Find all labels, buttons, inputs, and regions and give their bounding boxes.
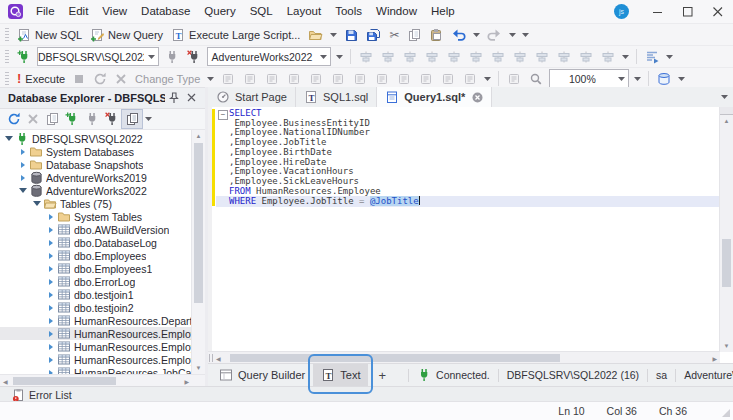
sql-editor[interactable]: − SELECT Employee.BusinessEntityID,Emplo… [208,107,733,352]
pin-icon[interactable] [165,89,183,107]
disconnect-button[interactable] [102,110,122,128]
tree-item[interactable]: dbo.DatabaseLog [0,236,205,249]
copy-button[interactable] [403,25,425,44]
tree-item[interactable]: HumanResources.Department [0,314,205,327]
scrollbar-thumb[interactable] [194,143,203,303]
refresh-explorer-button[interactable] [4,110,24,128]
split-editor-handle[interactable] [720,107,733,115]
scroll-up-icon[interactable]: ▲ [720,115,733,127]
tab-start-page[interactable]: Start Page [208,87,296,107]
editor-vertical-scrollbar[interactable]: ▲ ▼ [719,107,733,352]
disconnect-button[interactable] [183,47,205,66]
expand-arrow[interactable] [45,227,56,233]
close-tab-icon[interactable] [472,92,483,103]
expand-arrow[interactable] [45,305,56,311]
connection-combo[interactable]: DBFSQLSRV\SQL2022 [37,47,159,66]
database-diagram-button[interactable] [653,69,675,88]
expand-arrow[interactable] [17,188,28,193]
tree-item[interactable]: HumanResources.JobCandidat [0,366,205,374]
format-code-dropdown[interactable] [663,47,676,66]
tree-item[interactable]: Database Snapshots [0,158,205,171]
expand-arrow[interactable] [45,292,56,298]
database-diagram-dropdown[interactable] [675,69,688,88]
account-avatar[interactable]: js [614,4,629,19]
open-file-button[interactable] [304,25,327,44]
show-objects-toggle[interactable] [122,110,142,128]
tree-item[interactable]: dbo.Employees [0,249,205,262]
toolbar-grip[interactable] [5,50,9,64]
database-combo[interactable]: AdventureWorks2022 [207,47,331,66]
execute-button[interactable]: !Execute [13,69,69,88]
expand-arrow[interactable] [45,214,56,220]
scrollbar-thumb[interactable] [722,239,731,287]
toolbar-grip[interactable] [5,28,9,42]
scroll-down-icon[interactable]: ▼ [192,362,205,374]
tree-item[interactable]: dbo.AWBuildVersion [0,223,205,236]
new-sql-button[interactable]: New SQL [13,25,86,44]
menu-item-view[interactable]: View [95,0,134,23]
menu-item-file[interactable]: File [29,0,62,23]
new-connection-button[interactable] [62,110,82,128]
expand-arrow[interactable] [45,253,56,259]
expand-arrow[interactable] [17,162,28,168]
tree-item[interactable]: HumanResources.EmployeeDe [0,340,205,353]
tree-item[interactable]: System Tables [0,210,205,223]
tab-text[interactable]: TText [313,364,368,386]
zoom-combo[interactable]: 100% [549,69,629,88]
tree-item[interactable]: dbo.ErrorLog [0,275,205,288]
scroll-down-icon[interactable]: ▼ [720,340,733,352]
resize-grip[interactable] [722,409,730,417]
tab-query1[interactable]: Query1.sql* [377,87,492,107]
expand-arrow[interactable] [3,136,14,141]
tree-item[interactable]: dbo.Employees1 [0,262,205,275]
format-code-button[interactable] [641,47,663,66]
scroll-up-icon[interactable]: ▲ [192,130,205,142]
menu-item-edit[interactable]: Edit [62,0,96,23]
tab-query-builder[interactable]: Query Builder [211,364,313,386]
fold-marker[interactable]: − [218,110,228,120]
tree-item[interactable]: dbo.testjoin1 [0,288,205,301]
expand-arrow[interactable] [45,240,56,246]
scrollbar-thumb[interactable] [230,354,560,362]
expand-arrow[interactable] [45,357,56,363]
menu-item-layout[interactable]: Layout [280,0,329,23]
open-file-dropdown[interactable] [327,25,340,44]
undo-dropdown[interactable] [470,25,483,44]
new-query-button[interactable]: New Query [86,25,167,44]
menu-item-database[interactable]: Database [134,0,197,23]
tree-item[interactable]: Tables (75) [0,197,205,210]
expand-arrow[interactable] [45,266,56,272]
tree-vertical-scrollbar[interactable]: ▲ ▼ [191,130,205,374]
expand-arrow[interactable] [45,279,56,285]
save-all-button[interactable] [362,25,385,44]
menu-item-window[interactable]: Window [369,0,424,23]
close-button[interactable] [703,0,733,23]
undo-button[interactable] [447,25,470,44]
tree-item[interactable]: System Databases [0,145,205,158]
menu-item-query[interactable]: Query [197,0,242,23]
database-combo-dropdown[interactable] [333,47,346,66]
expand-arrow[interactable] [45,344,56,350]
expand-arrow[interactable] [17,175,28,181]
tab-sql1[interactable]: TSQL1.sql [296,87,377,107]
toolbar-grip[interactable] [5,72,9,86]
expand-arrow[interactable] [45,331,56,337]
menu-item-sql[interactable]: SQL [243,0,280,23]
tab-overflow-dropdown[interactable] [721,95,728,99]
minimize-button[interactable] [643,0,673,23]
expand-arrow[interactable] [45,318,56,324]
splitter-handle[interactable] [209,354,213,362]
new-view-button[interactable]: + [368,366,396,384]
tree-item[interactable]: DBFSQLSRV\SQL2022 [0,132,205,145]
tree-item[interactable]: HumanResources.EmployeePa [0,353,205,366]
scrollbar-thumb[interactable] [13,377,116,385]
close-panel-icon[interactable] [183,89,201,107]
tree-item[interactable]: AdventureWorks2022 [0,184,205,197]
paste-button[interactable] [425,25,447,44]
save-button[interactable] [340,25,362,44]
new-connection-button[interactable] [13,47,35,66]
cut-button[interactable]: ✂ [385,25,403,44]
expand-arrow[interactable] [17,149,28,155]
menu-item-tools[interactable]: Tools [328,0,369,23]
tree-item[interactable]: AdventureWorks2019 [0,171,205,184]
